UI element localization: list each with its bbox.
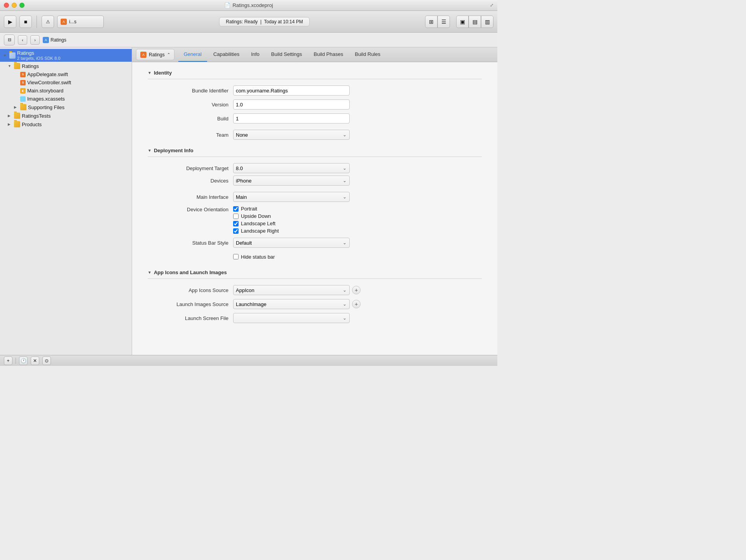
- team-label: Team: [148, 132, 233, 138]
- stop-button[interactable]: ■: [19, 16, 32, 28]
- team-select-wrapper: None: [233, 130, 350, 140]
- back-button[interactable]: ‹: [18, 35, 27, 45]
- launch-screen-file-select[interactable]: [233, 313, 350, 323]
- sidebar-item-mainstoryboard[interactable]: ◧ Main.storyboard: [0, 87, 132, 95]
- navigator-toggle[interactable]: ⊟: [4, 35, 15, 45]
- sidebar-root-toggle[interactable]: [3, 54, 8, 57]
- layout-btn-2[interactable]: ▤: [469, 16, 481, 28]
- launch-images-add-button[interactable]: +: [352, 300, 361, 308]
- deployment-toggle[interactable]: [148, 148, 152, 153]
- landscape-right-checkbox-item[interactable]: Landscape Right: [233, 228, 279, 234]
- deployment-target-select[interactable]: 8.0 7.1 7.0: [233, 163, 350, 173]
- upside-down-checkbox-item[interactable]: Upside Down: [233, 213, 279, 219]
- tab-info[interactable]: Info: [246, 47, 265, 62]
- landscape-right-label: Landscape Right: [241, 228, 279, 234]
- scheme-icon: A: [61, 19, 67, 25]
- hide-status-bar-checkbox-item[interactable]: Hide status bar: [233, 254, 275, 260]
- minimize-button[interactable]: [12, 3, 17, 8]
- target-selector[interactable]: A Ratings ⌃: [136, 49, 174, 60]
- tab-build-settings[interactable]: Build Settings: [266, 47, 308, 62]
- add-bottom-button[interactable]: +: [4, 357, 12, 365]
- landscape-right-checkbox[interactable]: [233, 228, 239, 234]
- portrait-checkbox-item[interactable]: Portrait: [233, 206, 279, 212]
- device-orientation-label: Device Orientation: [148, 206, 233, 212]
- xcassets-icon: [20, 96, 26, 102]
- warning-icon[interactable]: ⚠: [42, 16, 54, 28]
- forward-button[interactable]: ›: [30, 35, 40, 45]
- launch-screen-file-label: Launch Screen File: [148, 315, 233, 321]
- bundle-identifier-input[interactable]: [233, 85, 350, 96]
- main-interface-select[interactable]: Main: [233, 192, 350, 202]
- sidebar-root-item[interactable]: Ratings 2 targets, iOS SDK 8.0: [0, 49, 132, 62]
- products-folder-icon: [14, 121, 20, 127]
- sidebar-item-products[interactable]: Products: [0, 120, 132, 129]
- status-pill: Ratings: Ready | Today at 10:14 PM: [219, 17, 309, 26]
- sidebar-root-title: Ratings: [17, 50, 129, 56]
- run-button[interactable]: ▶: [4, 16, 16, 28]
- layout-btn-3[interactable]: ▥: [481, 16, 493, 28]
- view-switcher-1: ⊞ ☰: [425, 16, 450, 28]
- swift-icon-viewcontroller: S: [20, 80, 26, 85]
- status-text: Ratings: Ready | Today at 10:14 PM: [226, 19, 303, 24]
- tab-capabilities[interactable]: Capabilities: [208, 47, 245, 62]
- list-view-button[interactable]: ☰: [437, 16, 450, 28]
- status-bar-style-select[interactable]: Default Light Dark: [233, 238, 350, 248]
- main-interface-row: Main Interface Main: [148, 192, 482, 202]
- upside-down-checkbox[interactable]: [233, 214, 239, 219]
- scheme-selector[interactable]: A i...s: [57, 16, 104, 28]
- products-toggle[interactable]: [8, 122, 12, 126]
- sidebar-item-ratings-group[interactable]: Ratings: [0, 62, 132, 70]
- portrait-checkbox[interactable]: [233, 206, 239, 212]
- ratingtests-toggle[interactable]: [8, 114, 12, 118]
- error-bottom-button[interactable]: ✕: [31, 357, 39, 365]
- hide-status-bar-checkbox[interactable]: [233, 254, 239, 259]
- build-row: Build: [148, 113, 482, 123]
- launch-screen-file-row: Launch Screen File: [148, 313, 482, 323]
- version-input[interactable]: [233, 99, 350, 110]
- deployment-title: Deployment Info: [154, 148, 193, 153]
- sidebar-item-viewcontroller[interactable]: S ViewController.swift: [0, 78, 132, 87]
- tab-build-phases[interactable]: Build Phases: [308, 47, 349, 62]
- devices-wrapper: iPhone iPad Universal: [233, 176, 350, 186]
- identity-toggle[interactable]: [148, 71, 152, 75]
- close-button[interactable]: [4, 3, 9, 8]
- team-select[interactable]: None: [233, 130, 350, 140]
- images-label: Images.xcassets: [27, 96, 129, 102]
- tab-general[interactable]: General: [178, 47, 207, 62]
- bottom-bar: + 🕐 ✕ ⊙: [0, 355, 497, 366]
- sidebar-item-ratingtests[interactable]: RatingsTests: [0, 111, 132, 120]
- expand-icon[interactable]: ⤢: [490, 3, 493, 8]
- devices-select[interactable]: iPhone iPad Universal: [233, 176, 350, 186]
- sidebar-item-supporting[interactable]: Supporting Files: [0, 103, 132, 111]
- orientation-checkboxes: Portrait Upside Down Landscape Left: [233, 206, 279, 234]
- grid-view-button[interactable]: ⊞: [425, 16, 437, 28]
- filter-bottom-button[interactable]: ⊙: [42, 357, 51, 365]
- appdelegate-label: AppDelegate.swift: [27, 71, 129, 77]
- sidebar-item-appdelegate[interactable]: S AppDelegate.swift: [0, 70, 132, 78]
- main-interface-label: Main Interface: [148, 194, 233, 200]
- deployment-target-wrapper: 8.0 7.1 7.0: [233, 163, 350, 173]
- toolbar-separator-1: [37, 16, 37, 28]
- tab-bar: A Ratings ⌃ General Capabilities Info Bu…: [132, 47, 497, 62]
- titlebar: 📄 Ratings.xcodeproj ⤢: [0, 0, 497, 11]
- breadcrumb: A Ratings: [43, 37, 66, 43]
- version-label: Version: [148, 102, 233, 108]
- landscape-left-checkbox-item[interactable]: Landscape Left: [233, 221, 279, 226]
- sidebar-item-images[interactable]: Images.xcassets: [0, 95, 132, 103]
- app-icons-source-select[interactable]: AppIcon: [233, 285, 350, 295]
- layout-btn-1[interactable]: ▣: [456, 16, 469, 28]
- storyboard-label: Main.storyboard: [27, 88, 129, 94]
- clock-bottom-button[interactable]: 🕐: [19, 357, 28, 365]
- deployment-target-row: Deployment Target 8.0 7.1 7.0: [148, 163, 482, 173]
- app-icons-add-button[interactable]: +: [352, 286, 361, 294]
- tab-build-rules[interactable]: Build Rules: [349, 47, 386, 62]
- app-icons-toggle[interactable]: [148, 270, 152, 275]
- maximize-button[interactable]: [19, 3, 24, 8]
- launch-images-source-select[interactable]: LaunchImage: [233, 299, 350, 309]
- landscape-left-checkbox[interactable]: [233, 221, 239, 226]
- ratings-group-toggle[interactable]: [8, 64, 12, 68]
- app-icons-source-label: App Icons Source: [148, 287, 233, 293]
- status-bar-style-wrapper: Default Light Dark: [233, 238, 350, 248]
- build-input[interactable]: [233, 113, 350, 123]
- supporting-toggle[interactable]: [14, 105, 19, 109]
